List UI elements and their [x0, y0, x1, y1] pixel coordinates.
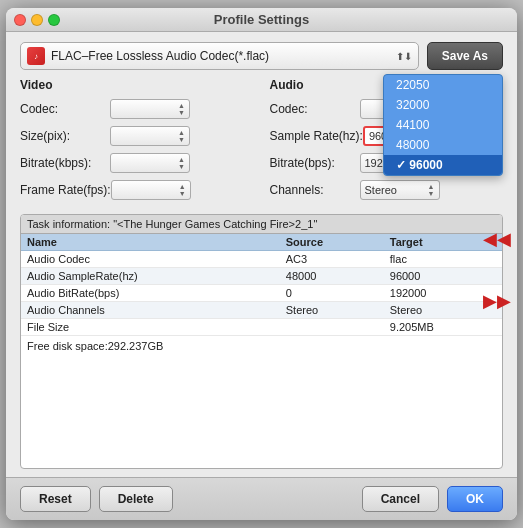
audio-channels-label: Channels: [270, 183, 360, 197]
video-bitrate-arrows: ▲▼ [178, 156, 185, 170]
audio-channels-row: Channels: Stereo ▲▼ [270, 179, 504, 201]
table-cell-source: AC3 [280, 251, 384, 268]
col-source-header: Source [280, 234, 384, 251]
video-size-arrows: ▲▼ [178, 129, 185, 143]
video-framerate-row: Frame Rate(fps): ▲▼ [20, 179, 254, 201]
table-cell-source: Stereo [280, 302, 384, 319]
table-cell-name: File Size [21, 319, 280, 336]
table-row: Audio SampleRate(hz)4800096000 [21, 268, 502, 285]
codec-label: FLAC–Free Lossless Audio Codec(*.flac) [51, 49, 390, 63]
table-row: Audio ChannelsStereoStereo [21, 302, 502, 319]
table-cell-target: 9.205MB [384, 319, 502, 336]
video-bitrate-label: Bitrate(kbps): [20, 156, 110, 170]
video-size-label: Size(pix): [20, 129, 110, 143]
table-row: Audio CodecAC3flac [21, 251, 502, 268]
profile-settings-window: Profile Settings ♪ FLAC–Free Lossless Au… [6, 8, 517, 520]
video-framerate-arrows: ▲▼ [179, 183, 186, 197]
video-framerate-label: Frame Rate(fps): [20, 183, 111, 197]
audio-bitrate-label: Bitrate(bps): [270, 156, 360, 170]
table-cell-source: 0 [280, 285, 384, 302]
fast-forward-icon[interactable]: ▶▶ [483, 290, 511, 312]
dropdown-item-48000[interactable]: 48000 [384, 135, 502, 155]
audio-channels-select[interactable]: Stereo ▲▼ [360, 180, 440, 200]
traffic-lights [14, 14, 60, 26]
video-codec-arrows: ▲▼ [178, 102, 185, 116]
rewind-icon[interactable]: ◀◀ [483, 228, 511, 250]
table-row: File Size9.205MB [21, 319, 502, 336]
right-buttons: Cancel OK [362, 486, 503, 512]
video-group: Video Codec: ▲▼ Size(pix): ▲▼ B [20, 78, 254, 206]
table-cell-target: flac [384, 251, 502, 268]
table-cell-name: Audio SampleRate(hz) [21, 268, 280, 285]
col-name-header: Name [21, 234, 280, 251]
dropdown-arrow-icon: ⬆⬇ [396, 51, 412, 62]
video-size-select[interactable]: ▲▼ [110, 126, 190, 146]
table-cell-name: Audio Channels [21, 302, 280, 319]
ok-button[interactable]: OK [447, 486, 503, 512]
task-info-header: Task information: "<The Hunger Games Cat… [21, 215, 502, 234]
titlebar: Profile Settings [6, 8, 517, 32]
sample-rate-dropdown-overlay[interactable]: 22050 32000 44100 48000 96000 [383, 74, 503, 176]
maximize-button[interactable] [48, 14, 60, 26]
window-title: Profile Settings [214, 12, 309, 27]
cancel-button[interactable]: Cancel [362, 486, 439, 512]
data-table: Name Source Target Audio CodecAC3flacAud… [21, 234, 502, 336]
dropdown-item-32000[interactable]: 32000 [384, 95, 502, 115]
bottom-bar: Reset Delete Cancel OK [6, 477, 517, 520]
close-button[interactable] [14, 14, 26, 26]
video-bitrate-select[interactable]: ▲▼ [110, 153, 190, 173]
audio-codec-label: Codec: [270, 102, 360, 116]
main-content: ♪ FLAC–Free Lossless Audio Codec(*.flac)… [6, 32, 517, 477]
video-codec-select[interactable]: ▲▼ [110, 99, 190, 119]
video-title: Video [20, 78, 254, 92]
delete-button[interactable]: Delete [99, 486, 173, 512]
save-as-button[interactable]: Save As [427, 42, 503, 70]
dropdown-item-44100[interactable]: 44100 [384, 115, 502, 135]
table-cell-name: Audio BitRate(bps) [21, 285, 280, 302]
audio-channels-arrows: ▲▼ [428, 183, 435, 197]
audio-channels-value: Stereo [365, 184, 426, 196]
video-bitrate-row: Bitrate(kbps): ▲▼ [20, 152, 254, 174]
dropdown-item-96000[interactable]: 96000 [384, 155, 502, 175]
reset-button[interactable]: Reset [20, 486, 91, 512]
table-cell-target: 96000 [384, 268, 502, 285]
table-cell-name: Audio Codec [21, 251, 280, 268]
table-cell-source [280, 319, 384, 336]
top-bar: ♪ FLAC–Free Lossless Audio Codec(*.flac)… [20, 42, 503, 70]
task-info-table: Task information: "<The Hunger Games Cat… [20, 214, 503, 469]
video-framerate-select[interactable]: ▲▼ [111, 180, 191, 200]
codec-dropdown[interactable]: ♪ FLAC–Free Lossless Audio Codec(*.flac)… [20, 42, 419, 70]
video-size-row: Size(pix): ▲▼ [20, 125, 254, 147]
table-cell-source: 48000 [280, 268, 384, 285]
audio-samplerate-label: Sample Rate(hz): [270, 129, 363, 143]
dropdown-item-22050[interactable]: 22050 [384, 75, 502, 95]
video-codec-row: Codec: ▲▼ [20, 98, 254, 120]
table-row: Audio BitRate(bps)0192000 [21, 285, 502, 302]
video-codec-label: Codec: [20, 102, 110, 116]
free-space-label: Free disk space:292.237GB [21, 336, 502, 356]
left-buttons: Reset Delete [20, 486, 173, 512]
codec-icon: ♪ [27, 47, 45, 65]
minimize-button[interactable] [31, 14, 43, 26]
